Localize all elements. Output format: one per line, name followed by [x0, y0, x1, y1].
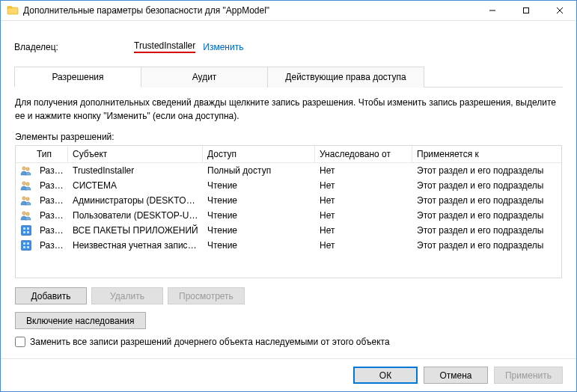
- cell-subject: ВСЕ ПАКЕТЫ ПРИЛОЖЕНИЙ: [68, 224, 203, 237]
- svg-point-8: [26, 183, 29, 186]
- titlebar-buttons: [475, 1, 576, 20]
- replace-checkbox-label[interactable]: Заменить все записи разрешений дочернего…: [30, 337, 390, 347]
- ok-button[interactable]: ОК: [353, 367, 418, 384]
- replace-checkbox-row: Заменить все записи разрешений дочернего…: [15, 337, 562, 347]
- inherit-row: Включение наследования: [15, 312, 562, 329]
- cell-access: Чтение: [203, 239, 315, 252]
- svg-rect-18: [22, 241, 31, 251]
- group-icon: [20, 209, 32, 221]
- cell-access: Чтение: [203, 209, 315, 222]
- cell-inherited: Нет: [315, 194, 412, 207]
- view-button[interactable]: Просмотреть: [168, 287, 245, 304]
- titlebar: Дополнительные параметры безопасности дл…: [1, 1, 576, 21]
- tab-permissions[interactable]: Разрешения: [14, 67, 141, 88]
- svg-rect-20: [27, 242, 29, 245]
- maximize-button[interactable]: [509, 1, 543, 20]
- svg-point-11: [22, 212, 25, 215]
- owner-name: TrustedInstaller: [134, 40, 195, 53]
- group-icon: [20, 165, 32, 177]
- cell-inherited: Нет: [315, 224, 412, 237]
- cell-applies: Этот раздел и его подразделы: [412, 179, 561, 192]
- svg-rect-16: [23, 231, 25, 233]
- cell-type: Разр...: [35, 209, 68, 222]
- svg-rect-21: [23, 246, 25, 248]
- cell-subject: TrustedInstaller: [68, 164, 203, 177]
- table-row[interactable]: Разр...ВСЕ ПАКЕТЫ ПРИЛОЖЕНИЙЧтениеНетЭто…: [16, 223, 561, 238]
- header-access[interactable]: Доступ: [203, 146, 315, 162]
- svg-rect-0: [7, 7, 18, 14]
- cell-access: Чтение: [203, 224, 315, 237]
- cell-type: Разр...: [35, 239, 68, 252]
- cancel-button[interactable]: Отмена: [424, 367, 488, 384]
- svg-rect-22: [27, 246, 29, 248]
- table-row[interactable]: Разр...СИСТЕМАЧтениеНетЭтот раздел и его…: [16, 178, 561, 193]
- cell-applies: Этот раздел и его подразделы: [412, 224, 561, 237]
- cell-subject: СИСТЕМА: [68, 179, 203, 192]
- dialog-footer: ОК Отмена Применить: [1, 358, 576, 391]
- minimize-button[interactable]: [475, 1, 509, 20]
- owner-change-link[interactable]: Изменить: [203, 42, 243, 52]
- svg-rect-19: [23, 242, 25, 245]
- header-applies[interactable]: Применяется к: [412, 146, 561, 162]
- permission-table-header: Тип Субъект Доступ Унаследовано от Приме…: [16, 146, 561, 163]
- cell-applies: Этот раздел и его подразделы: [412, 194, 561, 207]
- header-type[interactable]: Тип: [16, 146, 68, 162]
- table-row[interactable]: Разр...Пользователи (DESKTOP-UG...Чтение…: [16, 208, 561, 223]
- svg-point-9: [22, 197, 25, 200]
- header-inherited[interactable]: Унаследовано от: [315, 146, 412, 162]
- svg-rect-2: [523, 8, 528, 13]
- cell-type: Разр...: [35, 224, 68, 237]
- tab-body: Для получения дополнительных сведений дв…: [14, 88, 563, 358]
- app-package-icon: [20, 239, 32, 251]
- owner-label: Владелец:: [14, 42, 134, 52]
- cell-subject: Пользователи (DESKTOP-UG...: [68, 209, 203, 222]
- group-icon: [20, 195, 32, 206]
- advanced-security-window: Дополнительные параметры безопасности дл…: [0, 0, 577, 392]
- table-row[interactable]: Разр...Неизвестная учетная запись...Чтен…: [16, 238, 561, 253]
- folder-icon: [7, 4, 19, 16]
- svg-rect-17: [27, 231, 29, 233]
- table-row[interactable]: Разр...TrustedInstallerПолный доступНетЭ…: [16, 163, 561, 178]
- svg-point-6: [26, 168, 29, 171]
- cell-access: Чтение: [203, 194, 315, 207]
- cell-type: Разр...: [35, 179, 68, 192]
- group-icon: [20, 180, 32, 192]
- tabs: Разрешения Аудит Действующие права досту…: [14, 67, 563, 88]
- svg-rect-14: [23, 227, 25, 230]
- cell-type: Разр...: [35, 164, 68, 177]
- description-text: Для получения дополнительных сведений дв…: [15, 96, 562, 123]
- svg-point-5: [22, 167, 25, 170]
- tab-audit[interactable]: Аудит: [141, 67, 268, 88]
- permission-rows: Разр...TrustedInstallerПолный доступНетЭ…: [16, 163, 561, 253]
- cell-inherited: Нет: [315, 164, 412, 177]
- cell-type: Разр...: [35, 194, 68, 207]
- svg-point-10: [26, 197, 29, 200]
- cell-applies: Этот раздел и его подразделы: [412, 239, 561, 252]
- cell-access: Полный доступ: [203, 164, 315, 177]
- tab-effective-access[interactable]: Действующие права доступа: [267, 67, 424, 88]
- svg-rect-15: [27, 227, 29, 230]
- table-row[interactable]: Разр...Администраторы (DESKTOP-...Чтение…: [16, 193, 561, 208]
- permission-table[interactable]: Тип Субъект Доступ Унаследовано от Приме…: [15, 145, 562, 278]
- replace-checkbox[interactable]: [15, 337, 25, 347]
- cell-inherited: Нет: [315, 209, 412, 222]
- window-title: Дополнительные параметры безопасности дл…: [23, 5, 475, 16]
- cell-subject: Администраторы (DESKTOP-...: [68, 194, 203, 207]
- remove-button[interactable]: Удалить: [91, 287, 163, 304]
- cell-subject: Неизвестная учетная запись...: [68, 239, 203, 252]
- header-subject[interactable]: Субъект: [68, 146, 203, 162]
- cell-applies: Этот раздел и его подразделы: [412, 209, 561, 222]
- apply-button[interactable]: Применить: [494, 367, 563, 384]
- owner-row: Владелец: TrustedInstaller Изменить: [14, 30, 563, 67]
- enable-inheritance-button[interactable]: Включение наследования: [15, 312, 146, 329]
- svg-rect-13: [22, 226, 31, 236]
- add-button[interactable]: Добавить: [15, 287, 87, 304]
- cell-inherited: Нет: [315, 239, 412, 252]
- cell-applies: Этот раздел и его подразделы: [412, 164, 561, 177]
- svg-point-7: [22, 182, 25, 185]
- close-button[interactable]: [543, 1, 576, 20]
- content-area: Владелец: TrustedInstaller Изменить Разр…: [1, 21, 576, 358]
- permission-buttons: Добавить Удалить Просмотреть: [15, 287, 562, 304]
- app-package-icon: [20, 224, 32, 236]
- svg-point-12: [26, 212, 29, 215]
